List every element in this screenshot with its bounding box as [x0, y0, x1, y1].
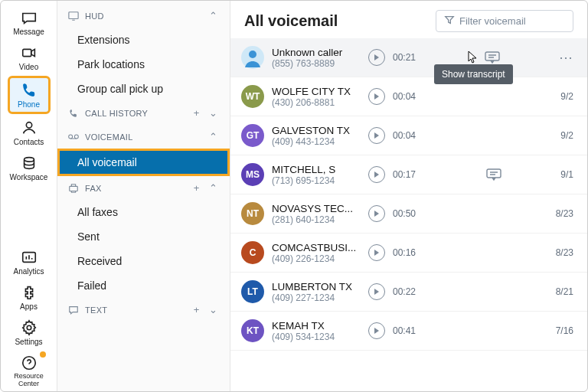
rail-video[interactable]: Video: [8, 41, 51, 74]
rail-message[interactable]: Message: [8, 5, 51, 39]
section-voicemail[interactable]: VOICEMAIL ⌃: [57, 125, 230, 149]
contacts-icon: [21, 119, 38, 136]
transcript-icon[interactable]: [481, 168, 507, 181]
caller-number: (409) 227-1234: [272, 292, 361, 303]
play-button[interactable]: [368, 283, 385, 300]
rail-phone[interactable]: Phone: [8, 76, 51, 114]
caller-name: MITCHELL, S: [272, 164, 361, 175]
transcript-icon[interactable]: [479, 51, 505, 64]
caller-number: (409) 226-1234: [272, 253, 361, 264]
nav-panel: HUD ⌃ Extensions Park locations Group ca…: [57, 1, 230, 391]
chevron-down-icon: ⌄: [207, 304, 219, 315]
chevron-up-icon: ⌃: [207, 182, 219, 194]
caller-name: Unknown caller: [272, 47, 361, 58]
filter-input[interactable]: Filter voicemail: [436, 10, 573, 32]
voicemail-info: KEMAH TX(409) 534-1234: [272, 320, 361, 342]
play-button[interactable]: [368, 88, 385, 105]
duration: 00:04: [393, 130, 426, 141]
voicemail-info: LUMBERTON TX(409) 227-1234: [272, 281, 361, 303]
add-icon[interactable]: +: [192, 107, 201, 119]
nav-item-park-locations[interactable]: Park locations: [57, 52, 230, 77]
nav-item-all-voicemail[interactable]: All voicemail: [57, 149, 230, 176]
play-button[interactable]: [368, 127, 385, 144]
duration: 00:22: [393, 286, 426, 297]
caller-number: (409) 534-1234: [272, 332, 361, 342]
duration: 00:17: [393, 169, 426, 180]
section-hud[interactable]: HUD ⌃: [57, 4, 230, 28]
rail-settings[interactable]: Settings: [8, 315, 51, 349]
svg-point-1: [26, 122, 31, 128]
date: 9/2: [560, 130, 573, 141]
play-button[interactable]: [368, 244, 385, 261]
call-history-icon: [68, 108, 79, 119]
voicemail-info: MITCHELL, S(713) 695-1234: [272, 164, 361, 186]
rail-workspace[interactable]: Workspace: [8, 151, 51, 185]
voicemail-row[interactable]: CCOMCASTBUSI...(409) 226-123400:168/23: [230, 234, 587, 273]
voicemail-row[interactable]: LTLUMBERTON TX(409) 227-123400:228/21: [230, 273, 587, 312]
nav-item-all-faxes[interactable]: All faxes: [57, 200, 230, 224]
play-button[interactable]: [368, 166, 385, 183]
svg-point-2: [24, 158, 34, 162]
section-fax[interactable]: FAX + ⌃: [57, 176, 230, 200]
cursor-icon: [468, 51, 479, 67]
voicemail-row[interactable]: GTGALVESTON TX(409) 443-123400:049/2: [230, 116, 587, 155]
hud-icon: [68, 11, 79, 21]
voicemail-row[interactable]: WTWOLFE CITY TX(430) 206-888100:049/2: [230, 77, 587, 116]
svg-rect-0: [22, 49, 31, 56]
more-button[interactable]: ⋯: [558, 49, 573, 66]
play-button[interactable]: [368, 205, 385, 222]
rail-resource-center[interactable]: Resource Center: [8, 351, 51, 391]
voicemail-info: Unknown caller(855) 763-8889: [272, 47, 361, 69]
analytics-icon: [21, 249, 38, 266]
section-call-history[interactable]: CALL HISTORY + ⌄: [57, 101, 230, 125]
play-button[interactable]: [368, 49, 385, 66]
nav-item-sent[interactable]: Sent: [57, 224, 230, 249]
chevron-down-icon: ⌄: [207, 107, 219, 119]
voicemail-row[interactable]: NTNOVASYS TEC...(281) 640-123400:508/23: [230, 194, 587, 234]
caller-name: COMCASTBUSI...: [272, 242, 361, 253]
phone-icon: [21, 82, 38, 99]
voicemail-row[interactable]: Unknown caller(855) 763-888900:21⋯Show t…: [230, 38, 587, 77]
text-icon: [68, 305, 79, 315]
resource-icon: [21, 354, 38, 371]
svg-point-4: [27, 325, 31, 330]
svg-rect-6: [69, 11, 78, 18]
avatar: [241, 46, 264, 69]
add-icon[interactable]: +: [192, 304, 201, 315]
svg-rect-13: [487, 169, 501, 178]
message-icon: [21, 9, 38, 26]
svg-point-11: [249, 51, 256, 58]
avatar: LT: [241, 280, 264, 303]
caller-number: (713) 695-1234: [272, 175, 361, 186]
date: 8/23: [556, 247, 573, 258]
play-button[interactable]: [368, 322, 385, 339]
svg-point-8: [74, 135, 78, 139]
voicemail-row[interactable]: KTKEMAH TX(409) 534-123400:417/16: [230, 312, 587, 351]
nav-item-failed[interactable]: Failed: [57, 273, 230, 298]
date: 9/1: [560, 169, 573, 180]
rail-apps[interactable]: Apps: [8, 280, 51, 314]
nav-item-received[interactable]: Received: [57, 249, 230, 273]
rail-contacts[interactable]: Contacts: [8, 116, 51, 149]
duration: 00:41: [393, 325, 426, 336]
voicemail-icon: [68, 132, 79, 142]
duration: 00:16: [393, 247, 426, 258]
svg-rect-12: [485, 52, 499, 60]
add-icon[interactable]: +: [192, 182, 201, 194]
section-text[interactable]: TEXT + ⌄: [57, 298, 230, 322]
nav-item-group-call-pickup[interactable]: Group call pick up: [57, 77, 230, 101]
caller-name: WOLFE CITY TX: [272, 86, 361, 97]
caller-number: (855) 763-8889: [272, 58, 361, 69]
voicemail-info: GALVESTON TX(409) 443-1234: [272, 125, 361, 147]
caller-number: (430) 206-8881: [272, 97, 361, 108]
svg-rect-9: [70, 186, 78, 191]
apps-icon: [21, 284, 38, 301]
voicemail-row[interactable]: MSMITCHELL, S(713) 695-123400:179/1: [230, 155, 587, 194]
page-title: All voicemail: [244, 12, 428, 30]
notification-dot: [40, 351, 46, 358]
voicemail-list: Unknown caller(855) 763-888900:21⋯Show t…: [230, 38, 587, 391]
nav-item-extensions[interactable]: Extensions: [57, 28, 230, 52]
caller-name: KEMAH TX: [272, 320, 361, 332]
rail-analytics[interactable]: Analytics: [8, 245, 51, 279]
avatar: MS: [241, 163, 264, 186]
